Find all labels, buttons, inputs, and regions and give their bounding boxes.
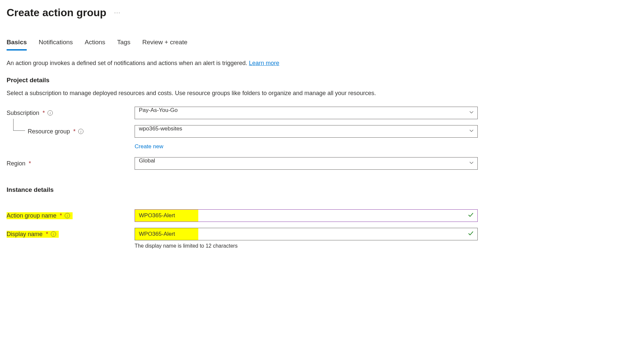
resource-group-label-text: Resource group: [28, 128, 70, 135]
region-label: Region *: [7, 160, 135, 167]
page-title: Create action group: [7, 7, 106, 19]
instance-details-title: Instance details: [7, 186, 637, 193]
learn-more-link[interactable]: Learn more: [249, 60, 279, 66]
resource-group-select[interactable]: wpo365-websites: [135, 125, 478, 138]
required-indicator: *: [43, 110, 45, 117]
tree-connector-icon: [13, 119, 25, 131]
page-header: Create action group ···: [7, 7, 637, 19]
tab-review-create[interactable]: Review + create: [142, 39, 187, 51]
more-options-icon[interactable]: ···: [114, 10, 120, 16]
display-name-row: Display name * i: [7, 228, 637, 240]
display-name-label-text: Display name: [7, 231, 43, 238]
action-group-name-label: Action group name * i: [7, 212, 73, 219]
region-row: Region * Global: [7, 157, 637, 170]
project-details-desc: Select a subscription to manage deployed…: [7, 90, 637, 97]
subscription-select[interactable]: Pay-As-You-Go: [135, 107, 478, 119]
info-icon[interactable]: i: [65, 213, 70, 218]
info-icon[interactable]: i: [51, 231, 56, 237]
info-icon[interactable]: i: [48, 110, 53, 116]
resource-group-label: Resource group * i: [7, 128, 135, 135]
resource-group-row: Resource group * i wpo365-websites: [7, 125, 637, 138]
display-name-input[interactable]: [135, 228, 478, 240]
display-name-input-wrapper: [135, 228, 478, 240]
action-group-name-input-wrapper: [135, 209, 478, 222]
required-indicator: *: [60, 212, 62, 219]
tab-actions[interactable]: Actions: [85, 39, 105, 51]
subscription-row: Subscription * i Pay-As-You-Go: [7, 107, 637, 119]
subscription-label: Subscription * i: [7, 110, 135, 117]
action-group-name-input[interactable]: [135, 209, 478, 222]
resource-group-value[interactable]: wpo365-websites: [135, 125, 478, 138]
project-details-title: Project details: [7, 77, 637, 84]
tab-tags[interactable]: Tags: [117, 39, 130, 51]
intro-text: An action group invokes a defined set of…: [7, 60, 637, 67]
region-label-text: Region: [7, 160, 25, 167]
action-group-name-label-text: Action group name: [7, 212, 56, 219]
tab-notifications[interactable]: Notifications: [39, 39, 73, 51]
region-select[interactable]: Global: [135, 157, 478, 170]
required-indicator: *: [46, 231, 48, 238]
region-value[interactable]: Global: [135, 157, 478, 170]
display-name-helper: The display name is limited to 12 charac…: [135, 243, 637, 249]
info-icon[interactable]: i: [78, 129, 83, 134]
create-new-link[interactable]: Create new: [135, 143, 163, 150]
action-group-name-row: Action group name * i: [7, 209, 637, 222]
tab-basics[interactable]: Basics: [7, 39, 27, 51]
subscription-value[interactable]: Pay-As-You-Go: [135, 107, 478, 119]
required-indicator: *: [29, 160, 31, 167]
subscription-label-text: Subscription: [7, 110, 39, 117]
tabs-nav: Basics Notifications Actions Tags Review…: [7, 39, 637, 51]
required-indicator: *: [73, 128, 76, 135]
intro-text-body: An action group invokes a defined set of…: [7, 60, 249, 66]
display-name-label: Display name * i: [7, 231, 59, 238]
